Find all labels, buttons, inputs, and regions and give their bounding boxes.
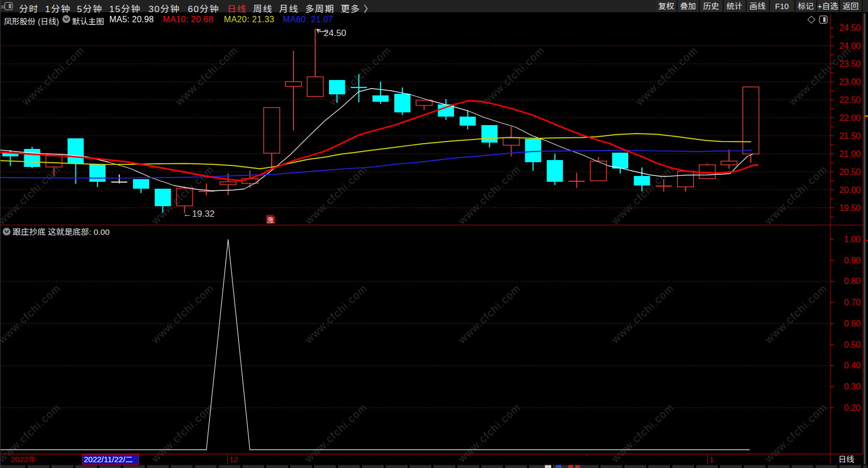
svg-text:www.cfchi.com: www.cfchi.com bbox=[456, 401, 523, 465]
svg-text:0.80: 0.80 bbox=[844, 277, 861, 286]
svg-text:www.cfchi.com: www.cfchi.com bbox=[0, 282, 63, 346]
svg-text:2022/11/22/二: 2022/11/22/二 bbox=[84, 455, 133, 464]
svg-text:跟庄抄底 这就是底部: 0.00: 跟庄抄底 这就是底部: 0.00 bbox=[13, 227, 110, 236]
svg-text:www.cfchi.com: www.cfchi.com bbox=[149, 401, 216, 465]
svg-text:www.cfchi.com: www.cfchi.com bbox=[20, 44, 87, 108]
svg-text:www.cfchi.com: www.cfchi.com bbox=[456, 163, 523, 227]
svg-text:涨: 涨 bbox=[267, 216, 274, 224]
svg-text:0.40: 0.40 bbox=[844, 361, 861, 370]
svg-text:www.cfchi.com: www.cfchi.com bbox=[762, 282, 830, 346]
svg-text:www.cfchi.com: www.cfchi.com bbox=[480, 44, 547, 108]
svg-text:24.00: 24.00 bbox=[839, 41, 861, 50]
svg-text:www.cfchi.com: www.cfchi.com bbox=[302, 163, 370, 227]
svg-text:23.50: 23.50 bbox=[839, 59, 861, 68]
svg-text:19.50: 19.50 bbox=[839, 204, 861, 213]
svg-text:0.50: 0.50 bbox=[844, 340, 861, 349]
svg-text:www.cfchi.com: www.cfchi.com bbox=[633, 44, 700, 108]
svg-text:21.50: 21.50 bbox=[839, 131, 861, 140]
svg-text:www.cfchi.com: www.cfchi.com bbox=[302, 401, 370, 465]
svg-text:1.00: 1.00 bbox=[844, 235, 861, 244]
svg-text:www.cfchi.com: www.cfchi.com bbox=[173, 44, 240, 108]
svg-text:22.00: 22.00 bbox=[839, 113, 861, 122]
svg-text:www.cfchi.com: www.cfchi.com bbox=[456, 282, 523, 346]
svg-text:1: 1 bbox=[709, 455, 714, 464]
svg-text:www.cfchi.com: www.cfchi.com bbox=[762, 401, 830, 465]
svg-text:21.00: 21.00 bbox=[839, 149, 861, 158]
svg-text:0.90: 0.90 bbox=[844, 256, 861, 265]
svg-text:www.cfchi.com: www.cfchi.com bbox=[762, 163, 830, 227]
svg-text:0.30: 0.30 bbox=[844, 382, 861, 391]
svg-text:23.00: 23.00 bbox=[839, 77, 861, 86]
svg-text:www.cfchi.com: www.cfchi.com bbox=[302, 282, 370, 346]
svg-text:20.50: 20.50 bbox=[839, 167, 861, 176]
svg-text:24.50: 24.50 bbox=[324, 28, 346, 38]
svg-text:www.cfchi.com: www.cfchi.com bbox=[609, 401, 676, 465]
svg-text:www.cfchi.com: www.cfchi.com bbox=[149, 282, 216, 346]
svg-text:12: 12 bbox=[229, 455, 238, 464]
svg-text:←19.32: ←19.32 bbox=[183, 209, 215, 219]
svg-text:www.cfchi.com: www.cfchi.com bbox=[0, 163, 63, 227]
svg-text:0.70: 0.70 bbox=[844, 298, 861, 307]
svg-text:www.cfchi.com: www.cfchi.com bbox=[609, 282, 676, 346]
svg-text:20.00: 20.00 bbox=[839, 186, 861, 195]
svg-text:22.50: 22.50 bbox=[839, 95, 861, 104]
svg-text:0.20: 0.20 bbox=[844, 403, 861, 412]
svg-text:日线: 日线 bbox=[838, 455, 854, 464]
svg-text:2022年: 2022年 bbox=[11, 455, 36, 464]
svg-text:0.60: 0.60 bbox=[844, 319, 861, 328]
